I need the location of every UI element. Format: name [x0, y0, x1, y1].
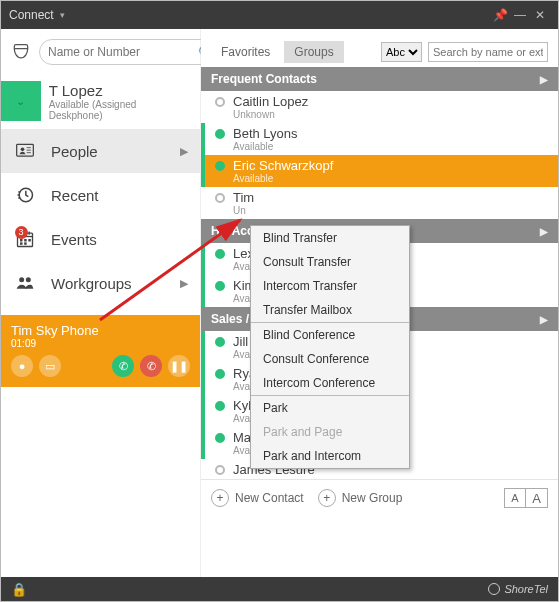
svg-point-16	[26, 277, 31, 282]
chevron-right-icon: ▶	[540, 74, 548, 85]
menu-park[interactable]: Park	[251, 396, 409, 420]
presence-dot	[215, 281, 225, 291]
call-hold-button[interactable]: ❚❚	[168, 355, 190, 377]
brand-logo: ShoreTel	[488, 583, 548, 595]
presence-dot	[215, 161, 225, 171]
call-record-button[interactable]: ●	[11, 355, 33, 377]
text-size-toggle[interactable]: A A	[504, 488, 548, 508]
events-badge: 3	[15, 226, 28, 239]
new-contact-button[interactable]: +New Contact	[211, 489, 304, 507]
user-name: T Lopez	[49, 82, 192, 99]
workgroups-icon	[13, 273, 37, 293]
svg-rect-9	[24, 239, 27, 242]
title-bar: Connect ▾ 📌 — ✕	[1, 1, 558, 29]
call-answer-button[interactable]: ✆	[112, 355, 134, 377]
new-group-button[interactable]: +New Group	[318, 489, 403, 507]
call-hangup-button[interactable]: ✆	[140, 355, 162, 377]
chevron-right-icon: ▶	[540, 226, 548, 237]
svg-point-15	[19, 277, 24, 282]
presence-dot	[215, 129, 225, 139]
title-dropdown-icon[interactable]: ▾	[60, 10, 65, 20]
presence-dot	[215, 193, 225, 203]
chevron-right-icon: ▶	[180, 145, 188, 158]
recent-icon	[13, 185, 37, 205]
pin-icon[interactable]: 📌	[490, 8, 510, 22]
nav-label: Events	[51, 231, 97, 248]
menu-blind-transfer[interactable]: Blind Transfer	[251, 226, 409, 250]
plus-icon: +	[211, 489, 229, 507]
call-note-button[interactable]: ▭	[39, 355, 61, 377]
menu-intercom-conference[interactable]: Intercom Conference	[251, 371, 409, 395]
nav-people[interactable]: People ▶	[1, 129, 200, 173]
section-label: Frequent Contacts	[211, 72, 317, 86]
menu-intercom-transfer[interactable]: Intercom Transfer	[251, 274, 409, 298]
menu-park-and-page: Park and Page	[251, 420, 409, 444]
section-frequent[interactable]: Frequent Contacts ▶	[201, 67, 558, 91]
svg-rect-12	[24, 242, 27, 245]
minimize-icon[interactable]: —	[510, 8, 530, 22]
menu-consult-transfer[interactable]: Consult Transfer	[251, 250, 409, 274]
contact-row-selected[interactable]: Eric SchwarzkopfAvailable	[201, 155, 558, 187]
nav-label: Workgroups	[51, 275, 132, 292]
presence-dot	[215, 249, 225, 259]
plus-icon: +	[318, 489, 336, 507]
call-timer: 01:09	[11, 338, 190, 349]
presence-dot	[215, 401, 225, 411]
dialpad-icon[interactable]	[11, 41, 31, 63]
menu-park-and-intercom[interactable]: Park and Intercom	[251, 444, 409, 468]
text-small-button[interactable]: A	[504, 488, 526, 508]
close-icon[interactable]: ✕	[530, 8, 550, 22]
nav-recent[interactable]: Recent	[1, 173, 200, 217]
call-name: Tim Sky Phone	[11, 323, 190, 338]
svg-rect-10	[28, 239, 31, 242]
user-status-square[interactable]: ⌄	[1, 81, 41, 121]
text-large-button[interactable]: A	[526, 488, 548, 508]
svg-rect-11	[20, 242, 23, 245]
nav-events[interactable]: 3 Events	[1, 217, 200, 261]
chevron-right-icon: ▶	[180, 277, 188, 290]
svg-point-1	[21, 148, 25, 152]
sort-select[interactable]: Abc	[381, 42, 422, 62]
active-call-card[interactable]: Tim Sky Phone 01:09 ● ▭ ✆ ✆ ❚❚	[1, 315, 200, 387]
search-box[interactable]: 🔍	[39, 39, 223, 65]
sidebar: 🔍 ⌄ T Lopez Available (Assigned Deskphon…	[1, 29, 201, 577]
svg-rect-8	[20, 239, 23, 242]
people-icon	[13, 141, 37, 161]
current-user-block[interactable]: ⌄ T Lopez Available (Assigned Deskphone)	[1, 75, 200, 129]
presence-dot	[215, 433, 225, 443]
contact-row[interactable]: TimUn	[201, 187, 558, 219]
contact-row[interactable]: Beth LyonsAvailable	[201, 123, 558, 155]
search-input[interactable]	[48, 45, 198, 59]
nav-workgroups[interactable]: Workgroups ▶	[1, 261, 200, 305]
user-status: Available (Assigned Deskphone)	[49, 99, 192, 121]
tab-favorites[interactable]: Favorites	[211, 41, 280, 63]
nav-label: Recent	[51, 187, 99, 204]
context-menu: Blind Transfer Consult Transfer Intercom…	[250, 225, 410, 469]
contact-row[interactable]: Caitlin LopezUnknown	[201, 91, 558, 123]
presence-dot	[215, 369, 225, 379]
menu-consult-conference[interactable]: Consult Conference	[251, 347, 409, 371]
presence-dot	[215, 97, 225, 107]
chevron-right-icon: ▶	[540, 314, 548, 325]
lock-icon: 🔒	[11, 582, 27, 597]
bottom-bar: +New Contact +New Group A A	[201, 479, 558, 516]
tab-groups[interactable]: Groups	[284, 41, 343, 63]
presence-dot	[215, 337, 225, 347]
events-icon: 3	[13, 229, 37, 249]
menu-blind-conference[interactable]: Blind Conference	[251, 323, 409, 347]
menu-transfer-mailbox[interactable]: Transfer Mailbox	[251, 298, 409, 322]
footer-bar: 🔒 ShoreTel	[1, 577, 558, 601]
presence-dot	[215, 465, 225, 475]
nav-label: People	[51, 143, 98, 160]
window-title: Connect	[9, 8, 54, 22]
filter-input[interactable]	[428, 42, 548, 62]
